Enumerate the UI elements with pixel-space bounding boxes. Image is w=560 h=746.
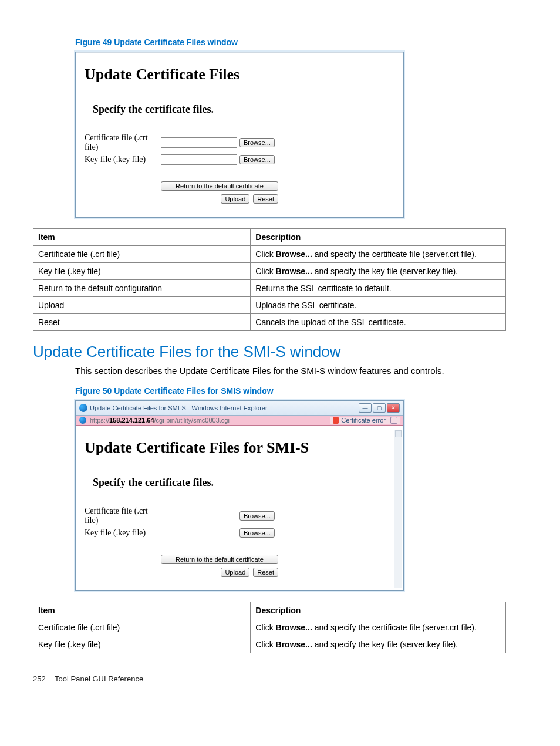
table-cell-desc: Returns the SSL certificate to default. [251,280,506,297]
table-cell-desc: Click Browse... and specify the key file… [251,636,506,653]
table-row: Return to the default configurationRetur… [33,280,506,297]
panel-subtitle: Specify the certificate files. [93,477,389,489]
url-text: https://158.214.121.64/cgi-bin/utility/s… [90,417,326,424]
table-head-desc: Description [251,602,506,619]
table-cell-desc: Click Browse... and specify the certific… [251,246,506,263]
table-row: UploadUploads the SSL certificate. [33,297,506,314]
crt-file-input[interactable] [161,137,237,148]
upload-button[interactable]: Upload [221,194,249,204]
key-file-row: Key file (.key file) Browse... [85,528,389,538]
crt-file-row: Certificate file (.crt file) Browse... [85,133,394,152]
table-row: ResetCancels the upload of the SSL certi… [33,314,506,331]
page-footer: 252 Tool Panel GUI Reference [33,674,527,683]
table-row: Certificate file (.crt file)Click Browse… [33,619,506,636]
key-file-row: Key file (.key file) Browse... [85,154,394,165]
table-cell-item: Certificate file (.crt file) [33,619,251,636]
crt-file-label: Certificate file (.crt file) [85,507,161,525]
table-head-item: Item [33,602,251,619]
table-cell-desc: Click Browse... and specify the certific… [251,619,506,636]
maximize-button[interactable]: ▢ [373,403,386,413]
key-file-label: Key file (.key file) [85,155,161,164]
table-cell-desc: Click Browse... and specify the key file… [251,263,506,280]
upload-reset-row: Upload Reset [85,568,278,577]
key-file-input[interactable] [161,154,237,165]
table-head-item: Item [33,229,251,246]
upload-reset-row: Upload Reset [85,194,278,204]
figure-50-screenshot: Update Certificate Files for SMI-S - Win… [75,400,404,591]
table-cell-item: Return to the default configuration [33,280,251,297]
browser-title: Update Certificate Files for SMI-S - Win… [90,404,268,411]
section-heading: Update Certificate Files for the SMI-S w… [33,343,527,361]
table-row: Certificate file (.crt file)Click Browse… [33,246,506,263]
minimize-button[interactable]: — [359,403,372,413]
table-row: Key file (.key file)Click Browse... and … [33,263,506,280]
ie-icon [79,417,86,424]
panel-subtitle: Specify the certificate files. [93,103,394,116]
return-default-button[interactable]: Return to the default certificate [161,555,278,564]
close-button[interactable]: ✕ [387,403,400,413]
reset-button[interactable]: Reset [253,568,278,577]
return-default-button[interactable]: Return to the default certificate [161,181,278,191]
table-cell-item: Key file (.key file) [33,263,251,280]
key-file-label: Key file (.key file) [85,528,161,538]
table-cell-item: Certificate file (.crt file) [33,246,251,263]
crt-file-row: Certificate file (.crt file) Browse... [85,507,389,525]
table-cell-item: Key file (.key file) [33,636,251,653]
ie-icon [79,404,87,412]
table-cell-desc: Uploads the SSL certificate. [251,297,506,314]
key-browse-button[interactable]: Browse... [239,155,275,164]
table-head-desc: Description [251,229,506,246]
shield-icon [333,417,339,424]
key-browse-button[interactable]: Browse... [239,528,275,538]
figure-50-caption: Figure 50 Update Certificate Files for S… [75,386,527,396]
figure-50-table: Item Description Certificate file (.crt … [33,602,506,653]
panel-title: Update Certificate Files [85,66,394,83]
table-cell-item: Upload [33,297,251,314]
figure-49-caption: Figure 49 Update Certificate Files windo… [75,38,527,47]
return-default-row: Return to the default certificate [85,181,278,191]
page-number: 252 [33,674,46,683]
reset-button[interactable]: Reset [253,194,278,204]
return-default-row: Return to the default certificate [85,555,278,564]
table-cell-item: Reset [33,314,251,331]
section-body: This section describes the Update Certif… [75,366,527,376]
key-file-input[interactable] [161,528,237,538]
crt-browse-button[interactable]: Browse... [239,511,275,521]
upload-button[interactable]: Upload [221,568,249,577]
crt-browse-button[interactable]: Browse... [239,138,275,147]
figure-49-screenshot: Update Certificate Files Specify the cer… [75,52,404,218]
browser-titlebar: Update Certificate Files for SMI-S - Win… [76,401,403,416]
figure-49-table: Item Description Certificate file (.crt … [33,228,506,331]
footer-text: Tool Panel GUI Reference [55,674,143,683]
crt-file-input[interactable] [161,511,237,521]
refresh-icon[interactable] [390,417,397,424]
panel-title: Update Certificate Files for SMI-S [85,439,389,457]
certificate-error-badge[interactable]: Certificate error [330,417,400,424]
scrollbar-thumb[interactable] [395,430,402,437]
table-row: Key file (.key file)Click Browse... and … [33,636,506,653]
vertical-scrollbar[interactable] [394,430,402,588]
address-bar[interactable]: https://158.214.121.64/cgi-bin/utility/s… [76,416,403,426]
table-cell-desc: Cancels the upload of the SSL certificat… [251,314,506,331]
crt-file-label: Certificate file (.crt file) [85,133,161,152]
